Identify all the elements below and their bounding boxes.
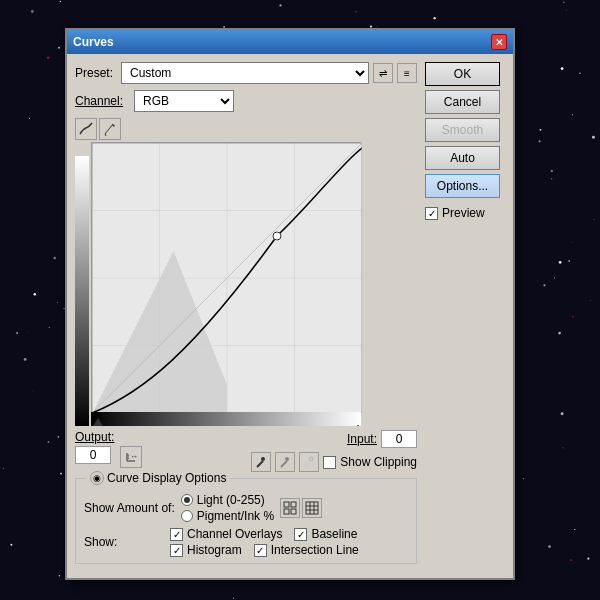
reset-section: ↕↔ (120, 446, 142, 468)
reset-button[interactable]: ↕↔ (120, 446, 142, 468)
histogram-label: Histogram (187, 543, 242, 557)
light-label: Light (0-255) (197, 493, 265, 507)
grid-buttons (280, 498, 322, 518)
svg-rect-13 (291, 502, 296, 507)
dialog-body: Preset: Custom ⇌ ≡ Channel: RGB (67, 54, 513, 578)
title-bar: Curves ✕ (67, 30, 513, 54)
channel-label: Channel: (75, 94, 130, 108)
channel-overlays-row: ✓ Channel Overlays ✓ Baseline (170, 527, 359, 541)
section-collapse-icon[interactable]: ◉ (90, 471, 104, 485)
svg-rect-14 (284, 509, 289, 514)
white-eyedropper[interactable] (299, 452, 319, 472)
preview-row: ✓ Preview (425, 206, 505, 220)
show-clipping-checkbox[interactable] (323, 456, 336, 469)
output-label: Output: (75, 430, 114, 444)
svg-text:↕↔: ↕↔ (126, 452, 138, 461)
preview-checkbox[interactable]: ✓ (425, 207, 438, 220)
black-eyedropper[interactable] (251, 452, 271, 472)
eyedropper-section: Show Clipping (152, 452, 417, 472)
intersection-checkbox[interactable]: ✓ (254, 544, 267, 557)
intersection-label: Intersection Line (271, 543, 359, 557)
svg-rect-12 (284, 502, 289, 507)
curve-display-options: ◉ Curve Display Options Show Amount of: … (75, 478, 417, 564)
checkboxes-group: ✓ Channel Overlays ✓ Baseline ✓ Histogra… (170, 527, 359, 557)
cancel-button[interactable]: Cancel (425, 90, 500, 114)
input-field[interactable] (381, 430, 417, 448)
histogram-checkbox[interactable]: ✓ (170, 544, 183, 557)
curve-tool-spline[interactable] (75, 118, 97, 140)
grid-btn-small[interactable] (280, 498, 300, 518)
svg-line-7 (257, 461, 263, 467)
output-section: Output: (75, 430, 114, 464)
light-radio[interactable] (181, 494, 193, 506)
curves-dialog: Curves ✕ Preset: Custom ⇌ ≡ Channel: RGB (65, 28, 515, 580)
gray-eyedropper[interactable] (275, 452, 295, 472)
channel-row: Channel: RGB (75, 90, 417, 112)
gradient-bar-bottom (91, 412, 361, 426)
smooth-button[interactable]: Smooth (425, 118, 500, 142)
histogram-row: ✓ Histogram ✓ Intersection Line (170, 543, 359, 557)
pigment-radio-row: Pigment/Ink % (181, 509, 274, 523)
radio-group-amount: Light (0-255) Pigment/Ink % (181, 493, 274, 523)
io-section: Output: ↕↔ Input: (75, 430, 417, 472)
svg-line-0 (105, 124, 113, 134)
preset-row: Preset: Custom ⇌ ≡ (75, 62, 417, 84)
curve-tools (75, 118, 417, 140)
show-clipping-label: Show Clipping (340, 455, 417, 469)
svg-rect-16 (306, 502, 318, 514)
dialog-title: Curves (73, 35, 114, 49)
curve-canvas-container[interactable] (91, 142, 361, 412)
baseline-checkbox[interactable]: ✓ (294, 528, 307, 541)
preset-select[interactable]: Custom (121, 62, 369, 84)
section-title: ◉ Curve Display Options (86, 471, 230, 485)
left-panel: Preset: Custom ⇌ ≡ Channel: RGB (75, 62, 417, 570)
input-row: Input: (148, 430, 417, 448)
svg-line-9 (281, 461, 287, 467)
output-field[interactable] (75, 446, 111, 464)
channel-overlays-label: Channel Overlays (187, 527, 282, 541)
svg-point-10 (309, 457, 313, 461)
options-button[interactable]: Options... (425, 174, 500, 198)
svg-line-11 (305, 461, 311, 467)
ok-button[interactable]: OK (425, 62, 500, 86)
pigment-label: Pigment/Ink % (197, 509, 274, 523)
gradient-bar-left (75, 156, 89, 426)
channel-select[interactable]: RGB (134, 90, 234, 112)
preset-icon-btn-2[interactable]: ≡ (397, 63, 417, 83)
input-label: Input: (347, 432, 377, 446)
show-row: Show: ✓ Channel Overlays ✓ Baseline ✓ Hi… (84, 527, 408, 557)
light-radio-row: Light (0-255) (181, 493, 274, 507)
curve-area (91, 142, 361, 426)
pigment-radio[interactable] (181, 510, 193, 522)
baseline-label: Baseline (311, 527, 357, 541)
curve-canvas[interactable] (92, 143, 362, 413)
channel-overlays-checkbox[interactable]: ✓ (170, 528, 183, 541)
show-label: Show: (84, 535, 164, 549)
y-axis-gradient (75, 142, 89, 426)
preset-icon-btn-1[interactable]: ⇌ (373, 63, 393, 83)
curve-tool-pencil[interactable] (99, 118, 121, 140)
grid-btn-large[interactable] (302, 498, 322, 518)
curve-wrapper (75, 142, 417, 426)
right-panel: OK Cancel Smooth Auto Options... ✓ Previ… (425, 62, 505, 570)
section-title-text: Curve Display Options (107, 471, 226, 485)
svg-point-6 (261, 457, 265, 461)
show-amount-row: Show Amount of: Light (0-255) Pigment/In… (84, 493, 408, 523)
close-button[interactable]: ✕ (491, 34, 507, 50)
preview-label: Preview (442, 206, 485, 220)
show-amount-label: Show Amount of: (84, 501, 175, 515)
svg-rect-15 (291, 509, 296, 514)
svg-point-8 (285, 457, 289, 461)
preset-label: Preset: (75, 66, 117, 80)
svg-line-2 (105, 134, 106, 136)
auto-button[interactable]: Auto (425, 146, 500, 170)
input-eyedrop-section: Input: (148, 430, 417, 472)
